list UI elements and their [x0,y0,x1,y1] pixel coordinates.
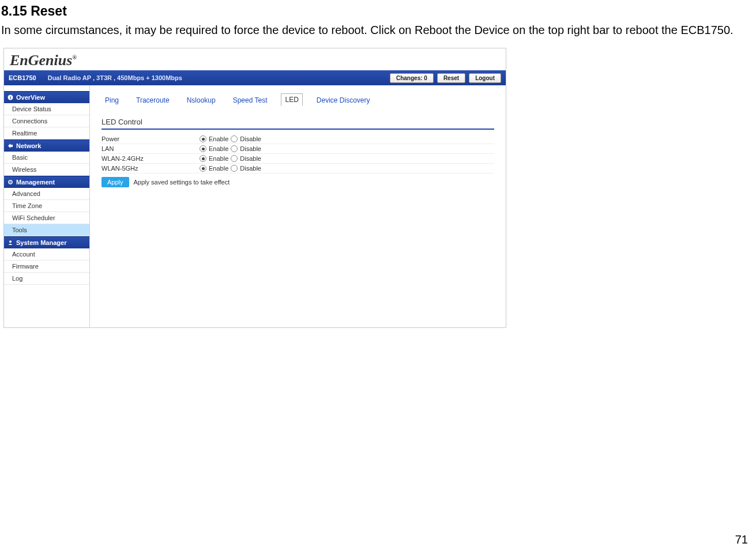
sidebar-item-tools[interactable]: Tools [4,224,89,236]
radio-disable[interactable] [231,145,238,152]
radio-label-disable: Disable [240,155,261,162]
svg-point-4 [9,240,12,243]
sidebar-item-firmware[interactable]: Firmware [4,261,89,273]
sidebar-section-system-manager[interactable]: System Manager [4,236,89,248]
model-label: ECB1750 [9,74,36,81]
row-label: LAN [101,145,200,152]
row-lan: LAN Enable Disable [101,144,494,154]
radio-disable[interactable] [231,135,238,142]
tab-ping[interactable]: Ping [101,95,122,106]
tab-speed-test[interactable]: Speed Test [230,95,271,106]
tab-traceroute[interactable]: Traceroute [133,95,173,106]
sidebar-section-label: OverView [16,94,45,101]
panel-title: LED Control [101,118,494,126]
sidebar-section-network[interactable]: Network [4,139,89,152]
svg-text:i: i [10,95,11,100]
radio-label-disable: Disable [240,145,261,152]
top-bar: ECB1750 Dual Radio AP , 3T3R , 450Mbps +… [4,70,506,85]
user-icon [7,240,13,246]
tools-tabs: Ping Traceroute Nslookup Speed Test LED … [101,93,494,106]
radio-label-disable: Disable [240,165,261,172]
sidebar-item-account[interactable]: Account [4,248,89,261]
apply-button[interactable]: Apply [101,177,129,187]
sidebar-item-wireless[interactable]: Wireless [4,164,89,176]
sidebar-item-basic[interactable]: Basic [4,152,89,164]
logo-area: EnGenius® [4,48,506,70]
logout-button[interactable]: Logout [469,73,501,83]
radio-label-enable: Enable [209,135,228,142]
info-icon: i [7,95,13,100]
network-icon [7,143,13,149]
radio-label-enable: Enable [209,165,228,172]
radio-enable[interactable] [200,145,206,152]
radio-disable[interactable] [231,165,238,172]
radio-enable[interactable] [200,165,206,172]
sidebar-item-advanced[interactable]: Advanced [4,188,89,200]
registered-mark: ® [72,54,76,61]
row-label: WLAN-5GHz [101,165,200,172]
content-area: Ping Traceroute Nslookup Speed Test LED … [90,85,506,327]
sidebar-item-log[interactable]: Log [4,273,89,285]
page-number: 71 [735,533,748,546]
sidebar-item-time-zone[interactable]: Time Zone [4,200,89,212]
radio-disable[interactable] [231,155,238,162]
sidebar: i OverView Device Status Connections Rea… [4,85,90,327]
model-description: Dual Radio AP , 3T3R , 450Mbps + 1300Mbp… [48,74,386,81]
radio-label-enable: Enable [209,145,228,152]
sidebar-item-wifi-scheduler[interactable]: WiFi Scheduler [4,212,89,224]
reset-button[interactable]: Reset [437,73,465,83]
sidebar-section-label: Network [16,142,41,149]
sidebar-section-management[interactable]: Management [4,176,89,188]
router-admin-screenshot: EnGenius® ECB1750 Dual Radio AP , 3T3R ,… [3,48,506,328]
sidebar-item-realtime[interactable]: Realtime [4,127,89,139]
radio-enable[interactable] [200,135,206,142]
panel-divider [101,129,494,130]
row-label: Power [101,135,200,142]
radio-label-disable: Disable [240,135,261,142]
row-wlan-24: WLAN-2.4GHz Enable Disable [101,154,494,164]
sidebar-item-connections[interactable]: Connections [4,115,89,127]
row-label: WLAN-2.4GHz [101,155,200,162]
row-power: Power Enable Disable [101,134,494,144]
tab-nslookup[interactable]: Nslookup [183,95,219,106]
svg-point-3 [10,182,11,183]
apply-row: Apply Apply saved settings to take effec… [101,177,494,187]
tab-device-discovery[interactable]: Device Discovery [313,95,374,106]
gear-icon [7,179,13,185]
main-body: i OverView Device Status Connections Rea… [4,85,506,327]
changes-button[interactable]: Changes: 0 [390,73,434,83]
apply-description: Apply saved settings to take effect [134,179,230,186]
sidebar-item-device-status[interactable]: Device Status [4,103,89,115]
radio-label-enable: Enable [209,155,228,162]
sidebar-section-overview[interactable]: i OverView [4,91,89,103]
brand-logo: EnGenius® [10,52,77,69]
brand-name: EnGenius [10,52,72,69]
section-heading: 8.15 Reset [1,3,756,19]
section-paragraph: In some circumstances, it may be require… [1,20,755,40]
sidebar-section-label: System Manager [16,239,66,246]
sidebar-section-label: Management [16,179,55,186]
radio-enable[interactable] [200,155,206,162]
tab-led[interactable]: LED [281,93,302,106]
row-wlan-5: WLAN-5GHz Enable Disable [101,164,494,173]
